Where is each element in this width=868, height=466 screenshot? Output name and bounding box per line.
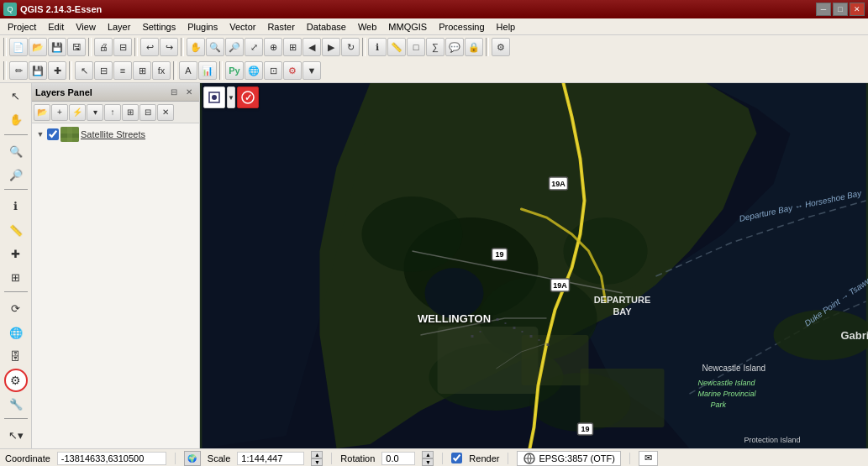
tb-edit-mode[interactable]: ✏	[9, 61, 28, 80]
layer-sort-btn[interactable]: ↑	[104, 104, 121, 121]
tb-zoom-layer[interactable]: ⊕	[264, 38, 282, 56]
tool-node[interactable]: ⊞	[4, 266, 28, 289]
tool-db[interactable]: 🗄	[4, 345, 28, 368]
menu-processing[interactable]: Processing	[433, 20, 490, 34]
layer-open-btn[interactable]: 📂	[34, 104, 50, 121]
tool-zoom-out[interactable]: 🔎	[4, 164, 28, 186]
svg-rect-22	[471, 335, 474, 338]
tb-attr-table[interactable]: ⊞	[133, 61, 151, 80]
tb-cog[interactable]: ⚙	[283, 61, 302, 80]
layer-expand-all-btn[interactable]: ⊞	[122, 104, 139, 121]
menu-raster[interactable]: Raster	[261, 20, 300, 34]
tb-new[interactable]: 📄	[9, 38, 28, 56]
tb-server[interactable]: ⊡	[264, 61, 282, 80]
tb-zoom-next[interactable]: ▶	[322, 38, 340, 56]
tb-cog2[interactable]: ▼	[302, 61, 321, 80]
tool-identify[interactable]: ℹ	[4, 195, 28, 217]
menu-view[interactable]: View	[70, 20, 102, 34]
status-sep-1	[175, 453, 176, 464]
tool-zoom-in[interactable]: 🔍	[4, 140, 28, 163]
app-icon: Q	[3, 3, 17, 16]
map-tool-error[interactable]: ✓	[237, 86, 259, 108]
menu-layer[interactable]: Layer	[102, 20, 137, 34]
layers-panel-dock-button[interactable]: ⊟	[167, 86, 181, 99]
message-button[interactable]: ✉	[639, 451, 658, 466]
tb-globe[interactable]: 🌐	[245, 61, 263, 80]
tool-measure[interactable]: 📏	[4, 218, 28, 241]
tb-select[interactable]: ↖	[75, 61, 93, 80]
tb-identify[interactable]: ℹ	[368, 38, 387, 56]
tb-zoom-sel[interactable]: ⊞	[283, 38, 302, 56]
rotation-input[interactable]	[381, 452, 415, 465]
tb-lock[interactable]: 🔒	[465, 38, 483, 56]
tb-zoom-prev[interactable]: ◀	[302, 38, 321, 56]
layer-visibility-check[interactable]	[47, 128, 59, 140]
tb-undo[interactable]: ↩	[140, 38, 159, 56]
tb-save-edits[interactable]: 💾	[29, 61, 47, 80]
tb-sel-attr[interactable]: ≡	[113, 61, 132, 80]
tb-measure[interactable]: 📏	[387, 38, 406, 56]
menu-vector[interactable]: Vector	[224, 20, 261, 34]
tb-print[interactable]: 🖨	[94, 38, 113, 56]
rotation-down-btn[interactable]: ▼	[422, 458, 434, 466]
maximize-button[interactable]: □	[833, 3, 848, 16]
tb-pan[interactable]: ✋	[187, 38, 205, 56]
tb-print2[interactable]: ⊟	[113, 38, 132, 56]
map-tool-dropdown[interactable]: ▼	[227, 86, 235, 108]
menu-settings[interactable]: Settings	[136, 20, 181, 34]
layer-filter2-btn[interactable]: ▾	[87, 104, 103, 121]
coordinate-input[interactable]	[57, 452, 166, 465]
layer-item-0[interactable]: ▼ Satellite Streets	[34, 125, 197, 144]
tool-active[interactable]: ⚙	[4, 369, 28, 391]
menu-help[interactable]: Help	[491, 20, 522, 34]
tb-annot[interactable]: 💬	[445, 38, 464, 56]
scale-down-btn[interactable]: ▼	[311, 458, 323, 466]
minimize-button[interactable]: ─	[816, 3, 831, 16]
scale-input[interactable]	[237, 452, 304, 465]
tb-plugins1[interactable]: ⚙	[492, 38, 510, 56]
app-title: QGIS 2.14.3-Essen	[20, 4, 102, 14]
tool-debug[interactable]: 🔧	[4, 393, 28, 416]
tool-globe[interactable]: 🌐	[4, 322, 28, 344]
tb-field-calc[interactable]: fx	[152, 61, 171, 80]
tb-stat[interactable]: ∑	[426, 38, 445, 56]
close-button[interactable]: ✕	[850, 3, 865, 16]
rotation-up-btn[interactable]: ▲	[422, 451, 434, 458]
render-check[interactable]	[451, 453, 462, 463]
tb-save-as[interactable]: 🖫	[67, 38, 86, 56]
toolbar-row-1: 📄 📂 💾 🖫 🖨 ⊟ ↩ ↪ ✋ 🔍 🔎 ⤢ ⊕ ⊞ ◀ ▶ ↻	[0, 35, 868, 59]
tool-add-feature[interactable]: ✚	[4, 243, 28, 265]
tb-label[interactable]: A	[179, 61, 197, 80]
tb-redo[interactable]: ↪	[160, 38, 178, 56]
layer-filter-btn[interactable]: ⚡	[69, 104, 86, 121]
tb-deselect[interactable]: ⊟	[94, 61, 113, 80]
tb-open[interactable]: 📂	[29, 38, 47, 56]
tb-add-feat[interactable]: ✚	[48, 61, 66, 80]
tool-pointer-dropdown[interactable]: ↖▾	[4, 424, 28, 447]
menu-edit[interactable]: Edit	[42, 20, 70, 34]
layer-remove-btn[interactable]: ✕	[157, 104, 174, 121]
tb-measure2[interactable]: □	[407, 38, 425, 56]
tool-pan[interactable]: ✋	[4, 108, 28, 131]
tb-save[interactable]: 💾	[48, 38, 66, 56]
tb-refresh[interactable]: ↻	[341, 38, 360, 56]
scale-up-btn[interactable]: ▲	[311, 451, 323, 458]
tb-python[interactable]: Py	[225, 61, 244, 80]
map-tool-main[interactable]	[203, 86, 225, 108]
tool-select-features[interactable]: ↖	[4, 85, 28, 107]
tb-zoom-in[interactable]: 🔍	[206, 38, 224, 56]
tb-zoom-full[interactable]: ⤢	[245, 38, 263, 56]
map-area[interactable]: 19A 19 19A 19 19 WELLINGTON DEPARTURE BA…	[200, 83, 868, 448]
menu-mmqgis[interactable]: MMQGIS	[382, 20, 433, 34]
layer-add-btn[interactable]: +	[51, 104, 68, 121]
tool-rotate[interactable]: ⟳	[4, 297, 28, 320]
layer-collapse-all-btn[interactable]: ⊟	[139, 104, 156, 121]
tb-diagram[interactable]: 📊	[198, 61, 217, 80]
menu-project[interactable]: Project	[2, 20, 42, 34]
menu-database[interactable]: Database	[301, 20, 352, 34]
menu-web[interactable]: Web	[352, 20, 382, 34]
layers-panel-close-button[interactable]: ✕	[182, 86, 196, 99]
tb-zoom-out[interactable]: 🔎	[225, 38, 244, 56]
menu-plugins[interactable]: Plugins	[181, 20, 224, 34]
crs-button[interactable]: EPSG:3857 (OTF)	[517, 451, 620, 466]
